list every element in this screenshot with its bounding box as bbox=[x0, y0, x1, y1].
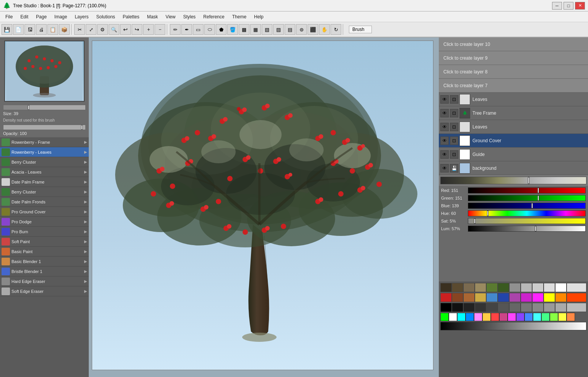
brush-item-2[interactable]: Berry Cluster▶ bbox=[0, 157, 89, 167]
swatch-sm[interactable] bbox=[567, 313, 575, 321]
main-canvas[interactable] bbox=[92, 41, 433, 370]
swatch-wide[interactable] bbox=[567, 283, 586, 292]
layer-row-background[interactable]: 👁 💾 background bbox=[439, 161, 588, 175]
pattern-tool-2[interactable]: ▦ bbox=[250, 24, 261, 35]
swatch[interactable] bbox=[555, 293, 567, 302]
swatch[interactable] bbox=[498, 283, 509, 292]
swatch[interactable] bbox=[463, 283, 475, 292]
pencil-tool[interactable]: ✏ bbox=[170, 24, 181, 35]
swatch-sm[interactable] bbox=[541, 313, 550, 321]
brush-item-9[interactable]: Pro Burn▶ bbox=[0, 227, 89, 237]
polygon-tool[interactable]: ⬟ bbox=[216, 24, 226, 35]
swatch-sm[interactable] bbox=[449, 313, 457, 321]
swatch-sm[interactable] bbox=[550, 313, 558, 321]
rotate-tool[interactable]: ↻ bbox=[331, 24, 341, 35]
swatch[interactable] bbox=[544, 293, 555, 302]
layer-row-tree-frame[interactable]: 👁 ⊡ 🌲 Tree Frame bbox=[439, 106, 588, 120]
swatch[interactable] bbox=[509, 283, 521, 292]
hand-tool[interactable]: ✋ bbox=[319, 24, 330, 35]
red-slider[interactable] bbox=[468, 187, 586, 193]
swatch-sm[interactable] bbox=[558, 313, 567, 321]
swatch[interactable] bbox=[532, 303, 544, 312]
brush-item-11[interactable]: Basic Paint▶ bbox=[0, 247, 89, 257]
swatch[interactable] bbox=[486, 303, 498, 312]
menu-edit[interactable]: Edit bbox=[16, 11, 32, 22]
undo-tool[interactable]: ↩ bbox=[120, 24, 131, 35]
menu-page[interactable]: Page bbox=[32, 11, 50, 22]
brush-item-10[interactable]: Soft Paint▶ bbox=[0, 237, 89, 247]
close-button[interactable]: ✕ bbox=[575, 2, 585, 10]
swatch[interactable] bbox=[475, 283, 486, 292]
swatch-sm[interactable] bbox=[516, 313, 524, 321]
menu-theme[interactable]: Theme bbox=[228, 11, 250, 22]
swatch[interactable] bbox=[521, 283, 532, 292]
swatch-sm[interactable] bbox=[508, 313, 516, 321]
layer-lock-ground-cover[interactable]: ⊡ bbox=[450, 136, 458, 145]
maximize-button[interactable]: □ bbox=[564, 2, 573, 10]
brush-item-15[interactable]: Soft Edge Eraser▶ bbox=[0, 286, 89, 296]
layer-eye-tree-frame[interactable]: 👁 bbox=[440, 109, 449, 117]
swatch[interactable] bbox=[498, 303, 509, 312]
redo-tool[interactable]: ↪ bbox=[132, 24, 142, 35]
swatch[interactable] bbox=[440, 283, 452, 292]
swatch[interactable] bbox=[532, 283, 544, 292]
swatch[interactable] bbox=[463, 303, 475, 312]
layer-row-ground-cover[interactable]: 👁 ⊡ Ground Cover bbox=[439, 134, 588, 148]
brush-item-14[interactable]: Hard Edge Eraser▶ bbox=[0, 276, 89, 286]
swatch[interactable] bbox=[532, 293, 544, 302]
hue-slider[interactable] bbox=[468, 210, 586, 216]
swatch[interactable] bbox=[521, 303, 532, 312]
menu-palettes[interactable]: Palettes bbox=[119, 11, 143, 22]
blue-slider[interactable] bbox=[468, 203, 586, 209]
layer-row-guide[interactable]: 👁 ⊡ Guide bbox=[439, 148, 588, 161]
swatch[interactable] bbox=[498, 293, 509, 302]
swatch[interactable] bbox=[440, 303, 452, 312]
menu-solutions[interactable]: Solutions bbox=[92, 11, 119, 22]
layer-eye-leaves-mid[interactable]: 👁 bbox=[440, 123, 449, 131]
copy-tool[interactable]: 📋 bbox=[47, 24, 58, 35]
print-tool[interactable]: 🖨 bbox=[36, 24, 47, 35]
green-slider[interactable] bbox=[468, 195, 586, 201]
canvas-area[interactable] bbox=[89, 37, 439, 377]
layer-eye-guide[interactable]: 👁 bbox=[440, 150, 449, 159]
menu-view[interactable]: View bbox=[162, 11, 179, 22]
canvas-wrapper[interactable] bbox=[92, 41, 433, 370]
swatch-sm[interactable] bbox=[466, 313, 474, 321]
lum-slider[interactable] bbox=[468, 226, 586, 232]
swatch[interactable] bbox=[452, 303, 463, 312]
menu-styles[interactable]: Styles bbox=[179, 11, 200, 22]
brush-item-4[interactable]: Date Palm Frame▶ bbox=[0, 177, 89, 187]
swatch[interactable] bbox=[475, 293, 486, 302]
new-file-tool[interactable]: 💾 bbox=[2, 24, 12, 35]
pen-tool[interactable]: ✒ bbox=[181, 24, 192, 35]
lasso-tool[interactable]: ⊚ bbox=[296, 24, 307, 35]
create-layer-8-btn[interactable]: Click to create layer 8 bbox=[439, 65, 588, 79]
menu-reference[interactable]: Reference bbox=[199, 11, 228, 22]
save-tool[interactable]: 🖫 bbox=[24, 24, 35, 35]
brush-item-13[interactable]: Bristle Blender 1▶ bbox=[0, 266, 89, 276]
swatch[interactable] bbox=[555, 283, 567, 292]
cut-tool[interactable]: ✂ bbox=[74, 24, 85, 35]
brush-item-6[interactable]: Date Palm Fronds▶ bbox=[0, 197, 89, 207]
swatch-sm[interactable] bbox=[440, 313, 449, 321]
create-layer-10-btn[interactable]: Click to create layer 10 bbox=[439, 37, 588, 51]
swatch-sm[interactable] bbox=[499, 313, 508, 321]
swatch-wide[interactable] bbox=[567, 293, 586, 302]
zoom-in-tool[interactable]: ＋ bbox=[143, 24, 154, 35]
brush-item-12[interactable]: Basic Blender 1▶ bbox=[0, 257, 89, 266]
color-spectrum-bar[interactable] bbox=[440, 177, 586, 184]
swatch[interactable] bbox=[509, 293, 521, 302]
menu-image[interactable]: Image bbox=[50, 11, 71, 22]
brush-item-3[interactable]: Acacia - Leaves▶ bbox=[0, 167, 89, 177]
swatch[interactable] bbox=[452, 293, 463, 302]
minimize-button[interactable]: ─ bbox=[552, 2, 562, 10]
create-layer-9-btn[interactable]: Click to create layer 9 bbox=[439, 51, 588, 65]
swatch[interactable] bbox=[486, 283, 498, 292]
menu-help[interactable]: Help bbox=[250, 11, 267, 22]
zoom-tool[interactable]: 🔍 bbox=[109, 24, 119, 35]
pattern-tool-3[interactable]: ▧ bbox=[262, 24, 272, 35]
swatch-sm[interactable] bbox=[474, 313, 482, 321]
layer-row-leaves-mid[interactable]: 👁 ⊡ Leaves bbox=[439, 120, 588, 134]
brush-list[interactable]: Rowenberry - Frame▶Rowenberry - Leaves▶B… bbox=[0, 137, 89, 377]
layer-lock-tree-frame[interactable]: ⊡ bbox=[450, 109, 458, 117]
